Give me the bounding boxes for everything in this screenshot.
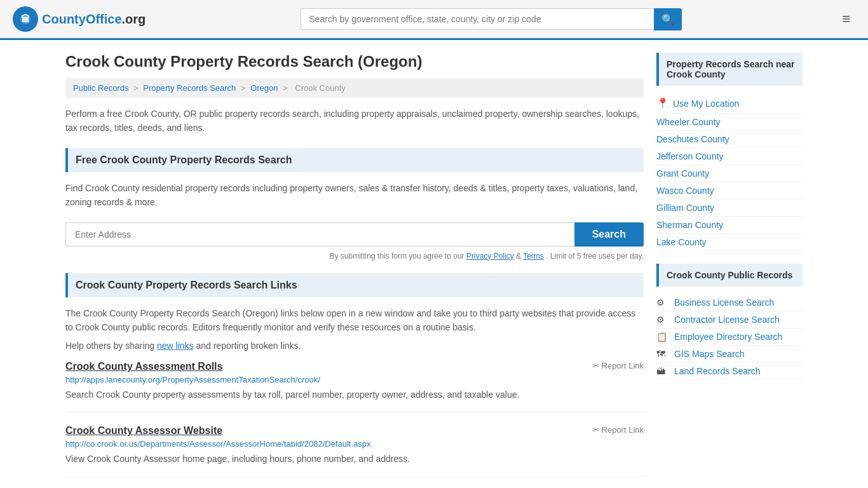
nearby-section: Property Records Search near Crook Count… <box>656 53 803 251</box>
page-description: Perform a free Crook County, OR public p… <box>65 107 644 135</box>
content-area: Crook County Property Records Search (Or… <box>65 53 644 488</box>
nearby-county-5[interactable]: Gilliam County <box>656 200 803 217</box>
links-section: Crook County Property Records Search Lin… <box>65 273 644 477</box>
hamburger-menu-button[interactable]: ≡ <box>837 8 855 30</box>
nearby-county-4[interactable]: Wasco County <box>656 182 803 200</box>
public-records-section: Crook County Public Records ⚙Business Li… <box>656 264 803 380</box>
report-link-icon-1: ✂ <box>592 361 599 370</box>
form-disclaimer: By submitting this form you agree to our… <box>65 252 644 261</box>
public-records-icon-1: ⚙ <box>656 315 669 325</box>
main-container: Crook County Property Records Search (Or… <box>53 40 815 488</box>
disclaimer-limit: . Limit of 5 free uses per day. <box>546 252 644 261</box>
breadcrumb: Public Records > Property Records Search… <box>65 78 644 98</box>
breadcrumb-sep-1: > <box>133 83 140 93</box>
record-link-header-1: Crook County Assessment Rolls ✂ Report L… <box>65 361 644 372</box>
nearby-county-3[interactable]: Grant County <box>656 165 803 182</box>
public-records-icon-2: 📋 <box>656 332 669 342</box>
record-desc-2: View Crook County Assessor home page, in… <box>65 452 644 466</box>
address-search-button[interactable]: Search <box>574 222 644 247</box>
links-description: The Crook County Property Records Search… <box>65 306 644 335</box>
share-text: Help others by sharing <box>65 341 154 351</box>
breadcrumb-crook-county: Crook County <box>295 83 345 93</box>
report-link-button-2[interactable]: ✂ Report Link <box>592 425 644 435</box>
public-records-icon-3: 🗺 <box>656 349 669 359</box>
report-link-button-1[interactable]: ✂ Report Link <box>592 361 644 370</box>
logo-icon: 🏛 <box>13 6 38 32</box>
public-records-link-3[interactable]: 🗺GIS Maps Search <box>656 346 803 363</box>
menu-icon: ≡ <box>842 11 850 27</box>
new-links-link[interactable]: new links <box>157 341 194 351</box>
record-desc-1: Search Crook County property assessments… <box>65 388 644 402</box>
svg-text:🏛: 🏛 <box>21 13 30 24</box>
header-search-input[interactable] <box>301 8 654 30</box>
public-records-link-text-4[interactable]: Land Records Search <box>674 366 760 376</box>
nearby-county-0[interactable]: Wheeler County <box>656 114 803 131</box>
free-search-description: Find Crook County residential property r… <box>65 181 644 210</box>
record-link-item-2: Crook County Assessor Website ✂ Report L… <box>65 425 644 477</box>
public-records-section-title: Crook County Public Records <box>656 264 803 287</box>
links-section-heading: Crook County Property Records Search Lin… <box>65 273 644 297</box>
breadcrumb-sep-3: > <box>283 83 290 93</box>
nearby-county-2[interactable]: Jefferson County <box>656 148 803 165</box>
nearby-county-7[interactable]: Lake County <box>656 234 803 251</box>
public-records-link-2[interactable]: 📋Employee Directory Search <box>656 329 803 346</box>
nearby-county-6[interactable]: Sherman County <box>656 217 803 234</box>
free-search-section: Free Crook County Property Records Searc… <box>65 148 644 261</box>
record-url-1[interactable]: http://apps.lanecounty.org/PropertyAsses… <box>65 375 644 384</box>
report-link-label-1: Report Link <box>602 361 644 370</box>
public-records-link-text-3[interactable]: GIS Maps Search <box>674 349 745 359</box>
report-link-label-2: Report Link <box>602 425 644 435</box>
page-title: Crook County Property Records Search (Or… <box>65 53 644 71</box>
header: 🏛 CountyOffice.org 🔍 ≡ <box>0 0 868 40</box>
disclaimer-ampersand: & <box>516 252 523 261</box>
breadcrumb-sep-2: > <box>241 83 248 93</box>
public-records-link-4[interactable]: 🏔Land Records Search <box>656 363 803 380</box>
share-line: Help others by sharing new links and rep… <box>65 341 644 351</box>
public-records-link-text-1[interactable]: Contractor License Search <box>674 315 780 325</box>
nearby-county-1[interactable]: Deschutes County <box>656 131 803 148</box>
address-input[interactable] <box>65 222 574 247</box>
free-search-heading: Free Crook County Property Records Searc… <box>65 148 644 172</box>
record-link-title-2[interactable]: Crook County Assessor Website <box>65 425 222 437</box>
public-records-icon-0: ⚙ <box>656 297 669 308</box>
terms-link[interactable]: Terms <box>523 252 544 261</box>
public-records-links-list: ⚙Business License Search⚙Contractor Lice… <box>656 294 803 380</box>
report-link-icon-2: ✂ <box>592 425 599 435</box>
share-suffix-text: and reporting broken links. <box>196 341 301 351</box>
privacy-policy-link[interactable]: Privacy Policy <box>466 252 514 261</box>
breadcrumb-public-records[interactable]: Public Records <box>73 83 128 93</box>
nearby-section-title: Property Records Search near Crook Count… <box>656 53 803 86</box>
address-search-form: Search <box>65 222 644 247</box>
breadcrumb-property-records-search[interactable]: Property Records Search <box>143 83 236 93</box>
record-link-item-1: Crook County Assessment Rolls ✂ Report L… <box>65 361 644 412</box>
record-url-2[interactable]: http://co.crook.or.us/Departments/Assess… <box>65 439 644 449</box>
location-pin-icon: 📍 <box>656 97 669 109</box>
public-records-link-text-0[interactable]: Business License Search <box>674 297 774 308</box>
sidebar: Property Records Search near Crook Count… <box>656 53 803 488</box>
public-records-link-1[interactable]: ⚙Contractor License Search <box>656 311 803 329</box>
logo-text: CountyOffice.org <box>42 12 146 27</box>
logo-area: 🏛 CountyOffice.org <box>13 6 146 32</box>
public-records-icon-4: 🏔 <box>656 366 669 376</box>
record-link-title-1[interactable]: Crook County Assessment Rolls <box>65 361 222 372</box>
search-icon: 🔍 <box>661 14 674 25</box>
public-records-link-text-2[interactable]: Employee Directory Search <box>674 332 782 342</box>
breadcrumb-oregon[interactable]: Oregon <box>250 83 278 93</box>
header-search-button[interactable]: 🔍 <box>654 8 682 30</box>
use-my-location-link[interactable]: Use My Location <box>673 98 739 109</box>
use-location-item: 📍 Use My Location <box>656 93 803 114</box>
header-search-area: 🔍 <box>301 8 682 30</box>
nearby-counties-list: Wheeler CountyDeschutes CountyJefferson … <box>656 114 803 251</box>
disclaimer-text: By submitting this form you agree to our <box>330 252 465 261</box>
record-link-header-2: Crook County Assessor Website ✂ Report L… <box>65 425 644 437</box>
public-records-link-0[interactable]: ⚙Business License Search <box>656 294 803 311</box>
